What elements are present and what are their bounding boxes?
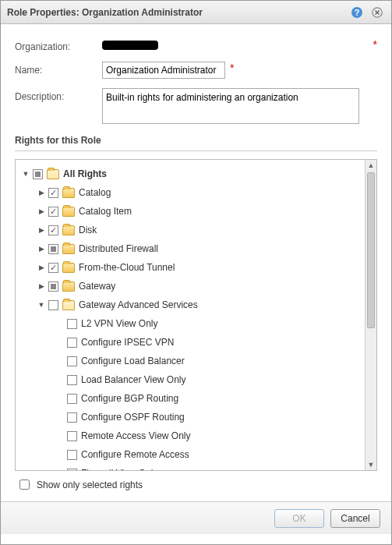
- checkbox-icon[interactable]: [48, 244, 58, 254]
- show-selected-checkbox[interactable]: [19, 480, 30, 490]
- tree-label: Disk: [79, 225, 97, 235]
- tree-label: Gateway: [79, 281, 115, 292]
- folder-icon: [62, 263, 75, 273]
- checkbox-icon[interactable]: [48, 281, 58, 292]
- tree-label: Catalog Item: [79, 206, 132, 217]
- tree-item[interactable]: ▼Gateway Advanced Services: [17, 296, 363, 314]
- tree-label: Configure OSPF Routing: [81, 412, 185, 423]
- scroll-down-icon[interactable]: ▼: [366, 459, 376, 470]
- checkbox-icon[interactable]: [67, 412, 77, 423]
- show-selected-label: Show only selected rights: [37, 480, 143, 490]
- description-input[interactable]: [102, 88, 359, 124]
- tree-label: All Rights: [63, 168, 107, 179]
- tree-item[interactable]: ▶Gateway: [17, 277, 363, 296]
- description-row: Description:: [15, 88, 377, 124]
- expand-icon[interactable]: ▼: [36, 299, 47, 310]
- tree-label: Configure Remote Access: [81, 449, 189, 460]
- tree-leaf[interactable]: Configure Remote Access: [17, 445, 363, 464]
- tree-label: Catalog: [79, 187, 111, 198]
- cancel-button[interactable]: Cancel: [330, 509, 380, 528]
- tree-label: Load Balancer View Only: [81, 374, 186, 385]
- checkbox-icon[interactable]: [48, 188, 58, 198]
- organization-label: Organization:: [15, 38, 102, 52]
- help-icon[interactable]: ?: [349, 5, 365, 20]
- required-indicator: *: [230, 62, 234, 74]
- tree-leaf[interactable]: L2 VPN View Only: [17, 314, 363, 333]
- tree-label: Firewall View Only: [81, 468, 157, 470]
- tree-leaf[interactable]: Load Balancer View Only: [17, 370, 363, 389]
- tree-label: Configure IPSEC VPN: [81, 337, 174, 348]
- window-title: Role Properties: Organization Administra…: [7, 7, 344, 18]
- scroll-thumb[interactable]: [367, 172, 375, 328]
- required-indicator: *: [373, 38, 377, 51]
- tree-label: Gateway Advanced Services: [79, 299, 198, 310]
- rights-section-title: Rights for this Role: [15, 135, 377, 146]
- expand-icon[interactable]: ▶: [36, 206, 47, 217]
- name-row: Name: *: [15, 62, 377, 79]
- folder-icon: [47, 169, 59, 179]
- tree-item[interactable]: ▶From-the-Cloud Tunnel: [17, 258, 363, 277]
- checkbox-icon[interactable]: [48, 263, 58, 273]
- folder-icon: [62, 244, 75, 254]
- ok-button[interactable]: OK: [274, 509, 324, 528]
- tree-label: Configure Load Balancer: [81, 356, 185, 366]
- expand-icon[interactable]: ▶: [36, 225, 47, 235]
- tree-leaf[interactable]: Configure BGP Routing: [17, 389, 363, 408]
- tree-leaf[interactable]: Firewall View Only: [17, 464, 363, 470]
- tree-label: Configure BGP Routing: [81, 393, 178, 404]
- expand-icon[interactable]: ▶: [36, 187, 47, 198]
- folder-icon: [62, 300, 75, 310]
- checkbox-icon[interactable]: [67, 431, 77, 441]
- organization-row: Organization: *: [15, 38, 377, 52]
- tree-label: Remote Access View Only: [81, 430, 191, 441]
- checkbox-icon[interactable]: [33, 169, 43, 179]
- checkbox-icon[interactable]: [67, 338, 77, 348]
- folder-icon: [62, 281, 75, 292]
- tree-item[interactable]: ▶Catalog Item: [17, 202, 363, 221]
- title-bar: Role Properties: Organization Administra…: [1, 1, 391, 24]
- folder-icon: [62, 225, 75, 235]
- tree-item[interactable]: ▶Catalog: [17, 183, 363, 202]
- tree-label: Distributed Firewall: [79, 243, 158, 254]
- divider: [15, 150, 377, 151]
- rights-tree: ▼All Rights▶Catalog▶Catalog Item▶Disk▶Di…: [15, 159, 377, 471]
- tree-item[interactable]: ▶Disk: [17, 221, 363, 239]
- checkbox-icon[interactable]: [48, 207, 58, 217]
- tree-root[interactable]: ▼All Rights: [17, 165, 363, 183]
- scrollbar[interactable]: ▲ ▼: [365, 160, 376, 470]
- name-label: Name:: [15, 62, 102, 76]
- folder-icon: [62, 207, 75, 217]
- expand-icon[interactable]: ▼: [20, 168, 31, 179]
- scroll-up-icon[interactable]: ▲: [366, 160, 376, 171]
- folder-icon: [62, 188, 75, 198]
- tree-leaf[interactable]: Configure IPSEC VPN: [17, 333, 363, 352]
- tree-label: L2 VPN View Only: [81, 318, 158, 329]
- checkbox-icon[interactable]: [67, 394, 77, 404]
- expand-icon[interactable]: ▶: [36, 243, 47, 254]
- checkbox-icon[interactable]: [67, 356, 77, 366]
- description-label: Description:: [15, 88, 102, 102]
- tree-leaf[interactable]: Configure OSPF Routing: [17, 408, 363, 426]
- svg-text:?: ?: [355, 8, 360, 17]
- checkbox-icon[interactable]: [67, 450, 77, 460]
- tree-leaf[interactable]: Remote Access View Only: [17, 426, 363, 445]
- tree-leaf[interactable]: Configure Load Balancer: [17, 352, 363, 370]
- tree-item[interactable]: ▶Distributed Firewall: [17, 239, 363, 258]
- name-input[interactable]: [102, 62, 225, 79]
- show-selected-row: Show only selected rights: [16, 477, 377, 492]
- checkbox-icon[interactable]: [67, 375, 77, 385]
- organization-value: [102, 41, 158, 50]
- checkbox-icon[interactable]: [48, 300, 58, 310]
- checkbox-icon[interactable]: [48, 225, 58, 235]
- expand-icon[interactable]: ▶: [36, 281, 47, 292]
- checkbox-icon[interactable]: [67, 319, 77, 329]
- checkbox-icon[interactable]: [67, 469, 77, 471]
- button-bar: OK Cancel: [1, 501, 391, 534]
- expand-icon[interactable]: ▶: [36, 262, 47, 273]
- close-icon[interactable]: [369, 5, 385, 20]
- tree-label: From-the-Cloud Tunnel: [79, 262, 175, 273]
- dialog-body: Organization: * Name: * Description: Rig…: [1, 24, 391, 501]
